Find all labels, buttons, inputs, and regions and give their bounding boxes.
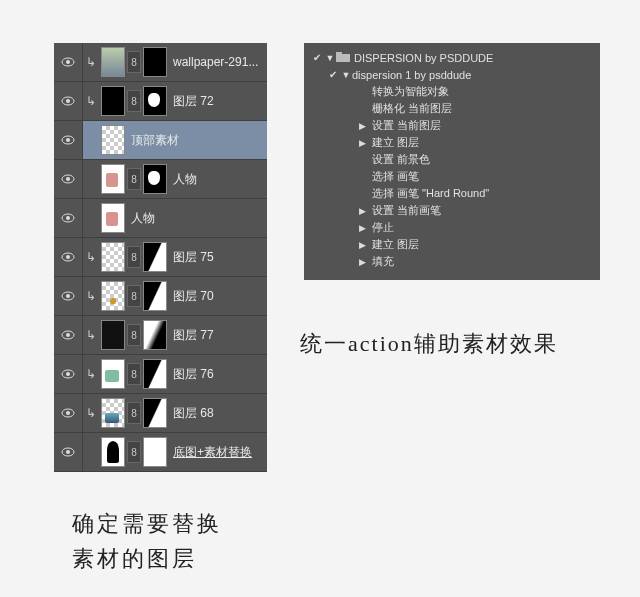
layer-name[interactable]: 图层 76 — [173, 366, 267, 383]
layer-thumbnail[interactable] — [101, 242, 125, 272]
layers-panel: ↳ 8 wallpaper-291... ↳ 8 图层 72 — [54, 43, 267, 472]
visibility-toggle[interactable] — [54, 160, 83, 198]
layer-name[interactable]: 底图+素材替换 — [173, 444, 267, 461]
action-step-label: 选择 画笔 — [372, 169, 419, 184]
visibility-toggle[interactable] — [54, 433, 83, 471]
eye-icon — [61, 252, 75, 262]
action-step-row[interactable]: ▶填充 — [304, 253, 600, 270]
layer-name[interactable]: 图层 75 — [173, 249, 267, 266]
layer-thumbnail[interactable] — [101, 125, 125, 155]
layer-thumbnail[interactable] — [101, 398, 125, 428]
layer-name[interactable]: 图层 70 — [173, 288, 267, 305]
action-step-row[interactable]: ▶建立 图层 — [304, 134, 600, 151]
layer-row[interactable]: 8 底图+素材替换 — [54, 433, 267, 472]
clip-indicator: ↳ — [83, 289, 99, 303]
action-step-row[interactable]: 设置 前景色 — [304, 151, 600, 168]
action-step-row[interactable]: ▶停止 — [304, 219, 600, 236]
caption-left: 确定需要替换 素材的图层 — [72, 506, 222, 576]
clip-indicator: ↳ — [83, 328, 99, 342]
layer-row[interactable]: ↳ 8 图层 68 — [54, 394, 267, 433]
layer-row[interactable]: ↳ 8 图层 70 — [54, 277, 267, 316]
action-step-label: 栅格化 当前图层 — [372, 101, 452, 116]
layer-thumbnail[interactable] — [101, 281, 125, 311]
layer-thumbnail[interactable] — [101, 203, 125, 233]
chevron-right-icon[interactable]: ▶ — [356, 121, 368, 131]
caption-text: 统一action辅助素材效果 — [300, 331, 558, 356]
caption-text: 确定需要替换 — [72, 511, 222, 536]
chevron-right-icon[interactable]: ▶ — [356, 223, 368, 233]
chevron-right-icon[interactable]: ▶ — [356, 240, 368, 250]
layer-mask-thumbnail[interactable] — [143, 281, 167, 311]
chevron-down-icon[interactable]: ▼ — [324, 53, 336, 63]
action-step-label: 设置 当前图层 — [372, 118, 441, 133]
action-step-row[interactable]: 转换为智能对象 — [304, 83, 600, 100]
toggle-checkbox[interactable]: ✔ — [310, 52, 324, 63]
layer-mask-thumbnail[interactable] — [143, 359, 167, 389]
layer-name[interactable]: 人物 — [131, 210, 267, 227]
layer-name[interactable]: 图层 72 — [173, 93, 267, 110]
visibility-toggle[interactable] — [54, 82, 83, 120]
layer-mask-thumbnail[interactable] — [143, 86, 167, 116]
layer-mask-thumbnail[interactable] — [143, 320, 167, 350]
eye-icon — [61, 330, 75, 340]
layer-thumbnail[interactable] — [101, 320, 125, 350]
link-icon: 8 — [127, 90, 141, 112]
chevron-right-icon[interactable]: ▶ — [356, 257, 368, 267]
layer-name[interactable]: 图层 77 — [173, 327, 267, 344]
chevron-right-icon[interactable]: ▶ — [356, 138, 368, 148]
action-step-row[interactable]: 栅格化 当前图层 — [304, 100, 600, 117]
action-step-row[interactable]: ▶设置 当前图层 — [304, 117, 600, 134]
layer-thumbnail[interactable] — [101, 86, 125, 116]
action-step-row[interactable]: ▶设置 当前画笔 — [304, 202, 600, 219]
layer-row[interactable]: ↳ 8 图层 72 — [54, 82, 267, 121]
svg-point-7 — [66, 177, 70, 181]
visibility-toggle[interactable] — [54, 355, 83, 393]
visibility-toggle[interactable] — [54, 121, 83, 159]
layer-row[interactable]: 8 人物 — [54, 160, 267, 199]
visibility-toggle[interactable] — [54, 199, 83, 237]
layer-thumbnail[interactable] — [101, 47, 125, 77]
layer-row-selected[interactable]: 顶部素材 — [54, 121, 267, 160]
action-set-row[interactable]: ✔ ▼ DISPERSION by PSDDUDE — [304, 49, 600, 66]
layer-mask-thumbnail[interactable] — [143, 437, 167, 467]
toggle-checkbox[interactable]: ✔ — [326, 69, 340, 80]
action-step-label: 转换为智能对象 — [372, 84, 449, 99]
action-step-label: 建立 图层 — [372, 237, 419, 252]
layer-row[interactable]: 人物 — [54, 199, 267, 238]
layer-name[interactable]: 顶部素材 — [131, 132, 267, 149]
action-step-row[interactable]: 选择 画笔 — [304, 168, 600, 185]
action-step-row[interactable]: ▶建立 图层 — [304, 236, 600, 253]
visibility-toggle[interactable] — [54, 316, 83, 354]
layer-row[interactable]: ↳ 8 图层 77 — [54, 316, 267, 355]
layer-mask-thumbnail[interactable] — [143, 398, 167, 428]
visibility-toggle[interactable] — [54, 394, 83, 432]
clip-indicator: ↳ — [83, 55, 99, 69]
layer-thumbnail[interactable] — [101, 164, 125, 194]
action-step-row[interactable]: 选择 画笔 "Hard Round" — [304, 185, 600, 202]
visibility-toggle[interactable] — [54, 43, 83, 81]
layer-row[interactable]: ↳ 8 wallpaper-291... — [54, 43, 267, 82]
layer-name[interactable]: wallpaper-291... — [173, 55, 267, 69]
action-step-label: 设置 当前画笔 — [372, 203, 441, 218]
layer-row[interactable]: ↳ 8 图层 75 — [54, 238, 267, 277]
link-icon: 8 — [127, 51, 141, 73]
chevron-down-icon[interactable]: ▼ — [340, 70, 352, 80]
layer-name[interactable]: 图层 68 — [173, 405, 267, 422]
layer-mask-thumbnail[interactable] — [143, 242, 167, 272]
chevron-right-icon[interactable]: ▶ — [356, 206, 368, 216]
layer-name[interactable]: 人物 — [173, 171, 267, 188]
svg-point-1 — [66, 60, 70, 64]
action-row[interactable]: ✔ ▼ dispersion 1 by psddude — [304, 66, 600, 83]
visibility-toggle[interactable] — [54, 277, 83, 315]
eye-icon — [61, 57, 75, 67]
clip-indicator: ↳ — [83, 406, 99, 420]
layer-thumbnail[interactable] — [101, 437, 125, 467]
layer-mask-thumbnail[interactable] — [143, 164, 167, 194]
layer-mask-thumbnail[interactable] — [143, 47, 167, 77]
link-icon: 8 — [127, 285, 141, 307]
visibility-toggle[interactable] — [54, 238, 83, 276]
eye-icon — [61, 135, 75, 145]
layer-row[interactable]: ↳ 8 图层 76 — [54, 355, 267, 394]
layer-thumbnail[interactable] — [101, 359, 125, 389]
action-step-label: 设置 前景色 — [372, 152, 430, 167]
